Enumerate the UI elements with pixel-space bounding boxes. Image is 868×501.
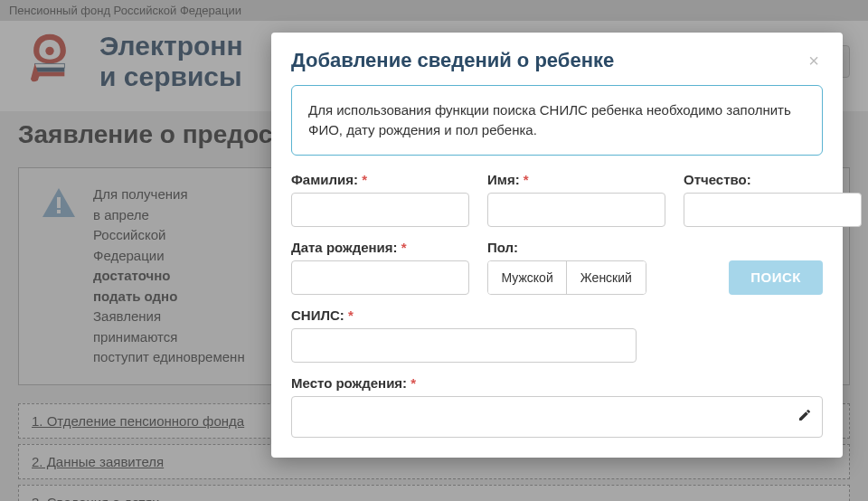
snils-input[interactable] [291, 328, 637, 363]
gender-female-button[interactable]: Женский [566, 261, 645, 294]
snils-label: СНИЛС: * [291, 307, 637, 323]
add-child-modal: Добавление сведений о ребенке × Для испо… [271, 33, 843, 458]
snils-group: СНИЛС: * [291, 307, 637, 363]
birthplace-group: Место рождения: * [291, 375, 823, 438]
gender-male-button[interactable]: Мужской [488, 261, 566, 294]
modal-body: Для использования функции поиска СНИЛС р… [271, 85, 843, 458]
surname-group: Фамилия: * [291, 172, 469, 227]
surname-input[interactable] [291, 193, 469, 227]
dob-label: Дата рождения: * [291, 240, 469, 255]
surname-label: Фамилия: * [291, 172, 469, 187]
close-button[interactable]: × [805, 52, 823, 70]
gender-label: Пол: [487, 240, 646, 255]
search-button[interactable]: ПОИСК [729, 260, 823, 295]
name-input[interactable] [487, 193, 665, 227]
info-box: Для использования функции поиска СНИЛС р… [291, 85, 823, 156]
birthplace-input[interactable] [291, 396, 823, 438]
dob-input[interactable] [291, 260, 469, 295]
modal-header: Добавление сведений о ребенке × [271, 33, 843, 85]
edit-icon[interactable] [797, 408, 812, 426]
patronymic-group: Отчество: [684, 172, 862, 227]
birthplace-label: Место рождения: * [291, 375, 823, 391]
close-icon: × [808, 51, 819, 71]
patronymic-input[interactable] [684, 193, 862, 227]
dob-group: Дата рождения: * [291, 240, 469, 295]
gender-group: Пол: Мужской Женский [487, 240, 646, 295]
gender-toggle: Мужской Женский [487, 260, 646, 295]
patronymic-label: Отчество: [684, 172, 862, 187]
name-label: Имя: * [487, 172, 665, 187]
search-group: ПОИСК [665, 240, 824, 295]
modal-title: Добавление сведений о ребенке [291, 49, 614, 72]
name-group: Имя: * [487, 172, 665, 227]
